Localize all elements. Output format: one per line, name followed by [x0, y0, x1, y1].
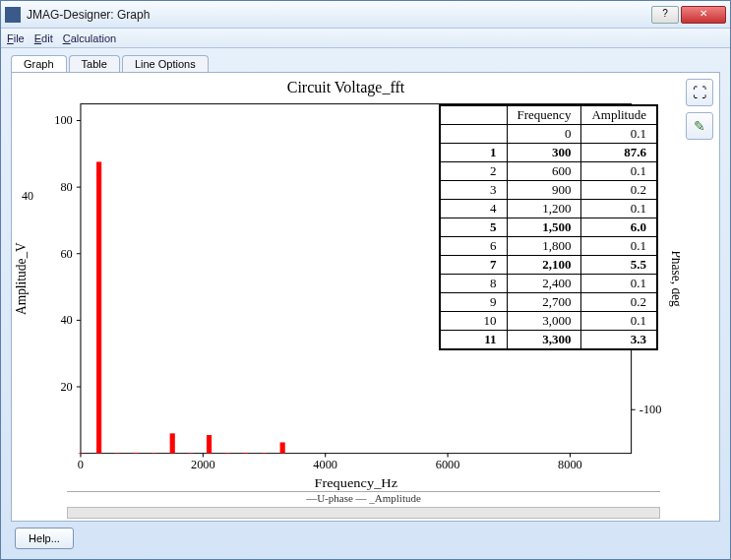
- table-row: 41,2000.1: [440, 200, 657, 218]
- svg-text:Frequency_Hz: Frequency_Hz: [314, 476, 397, 490]
- table-cell: 0.1: [581, 125, 657, 144]
- svg-rect-39: [207, 435, 212, 454]
- table-cell: 600: [507, 162, 581, 181]
- table-cell: 0.1: [581, 237, 657, 256]
- close-window-button[interactable]: ✕: [681, 6, 726, 24]
- table-cell: 87.6: [581, 144, 657, 162]
- svg-rect-41: [243, 453, 248, 454]
- tab-line-options[interactable]: Line Options: [122, 55, 209, 73]
- chart-h-scrollbar[interactable]: [67, 507, 660, 519]
- svg-text:100: 100: [54, 114, 73, 128]
- right-toolbar: ⛶ ✎: [686, 79, 713, 140]
- table-row: 103,0000.1: [440, 312, 657, 331]
- table-cell: 2: [440, 162, 507, 181]
- svg-text:2000: 2000: [191, 458, 215, 471]
- table-cell: 3.3: [581, 331, 657, 350]
- svg-text:6000: 6000: [436, 458, 460, 471]
- table-row: 61,8000.1: [440, 237, 657, 256]
- table-cell: 1: [440, 144, 507, 162]
- table-header-amplitude: Amplitude: [581, 105, 657, 125]
- table-cell: 2,700: [507, 293, 581, 312]
- client-area: Graph Table Line Options ⛶ ✎ Circuit Vol…: [1, 48, 730, 559]
- table-row: 51,5006.0: [440, 218, 657, 237]
- table-cell: 900: [507, 181, 581, 200]
- help-button[interactable]: Help...: [15, 528, 74, 549]
- table-cell: [440, 125, 507, 144]
- pencil-icon: ✎: [694, 118, 705, 134]
- table-cell: 6: [440, 237, 507, 256]
- svg-text:80: 80: [60, 180, 72, 194]
- table-header-row: Frequency Amplitude: [440, 105, 657, 125]
- table-cell: 0.1: [581, 275, 657, 293]
- table-cell: 3,300: [507, 331, 581, 350]
- svg-rect-43: [280, 442, 285, 453]
- table-cell: 8: [440, 275, 507, 293]
- table-cell: 1,500: [507, 218, 581, 237]
- table-header-frequency: Frequency: [507, 105, 581, 125]
- table-cell: 5.5: [581, 256, 657, 275]
- svg-text:60: 60: [60, 247, 72, 261]
- svg-text:4000: 4000: [313, 458, 337, 471]
- svg-text:-100: -100: [640, 403, 662, 416]
- table-cell: 10: [440, 312, 507, 331]
- svg-text:Phase, deg: Phase, deg: [669, 250, 680, 306]
- tab-strip: Graph Table Line Options: [11, 54, 720, 72]
- chart-title: Circuit Voltage_fft: [12, 73, 680, 96]
- svg-text:20: 20: [60, 380, 72, 394]
- bottom-bar: Help...: [11, 522, 720, 551]
- tab-table[interactable]: Table: [69, 55, 120, 73]
- table-row: 26000.1: [440, 162, 657, 181]
- svg-text:0: 0: [78, 458, 84, 471]
- table-row: 72,1005.5: [440, 256, 657, 275]
- table-row: 39000.2: [440, 181, 657, 200]
- svg-text:Amplitude_V: Amplitude_V: [14, 242, 30, 315]
- window-controls: ? ✕: [649, 6, 726, 24]
- table-cell: 1,800: [507, 237, 581, 256]
- svg-rect-37: [170, 433, 175, 453]
- table-cell: 0: [507, 125, 581, 144]
- table-cell: 11: [440, 331, 507, 350]
- svg-text:8000: 8000: [558, 458, 582, 471]
- table-body: 00.1130087.626000.139000.241,2000.151,50…: [440, 125, 657, 350]
- table-row: 82,4000.1: [440, 275, 657, 293]
- table-row: 92,7000.2: [440, 293, 657, 312]
- window-title: JMAG-Designer: Graph: [27, 8, 649, 22]
- table-cell: 3: [440, 181, 507, 200]
- table-cell: 4: [440, 200, 507, 218]
- table-row: 00.1: [440, 125, 657, 144]
- chart-legend: —U-phase — _Amplitude: [67, 491, 660, 505]
- table-cell: 9: [440, 293, 507, 312]
- table-row: 113,3003.3: [440, 331, 657, 350]
- menubar: File Edit Calculation: [1, 29, 730, 48]
- help-window-button[interactable]: ?: [651, 6, 679, 24]
- fft-data-table: Frequency Amplitude 00.1130087.626000.13…: [439, 104, 658, 350]
- table-row: 130087.6: [440, 144, 657, 162]
- fit-icon: ⛶: [693, 85, 706, 100]
- table-cell: 0.1: [581, 162, 657, 181]
- table-cell: 1,200: [507, 200, 581, 218]
- titlebar[interactable]: JMAG-Designer: Graph ? ✕: [1, 1, 730, 29]
- svg-rect-35: [133, 453, 138, 454]
- table-cell: 5: [440, 218, 507, 237]
- table-cell: 3,000: [507, 312, 581, 331]
- svg-text:40: 40: [60, 314, 72, 328]
- menu-file[interactable]: File: [7, 32, 25, 44]
- table-cell: 2,400: [507, 275, 581, 293]
- app-window: JMAG-Designer: Graph ? ✕ File Edit Calcu…: [0, 0, 731, 560]
- svg-rect-33: [96, 161, 101, 453]
- fit-view-button[interactable]: ⛶: [686, 79, 713, 106]
- table-header-index: [440, 105, 507, 125]
- menu-calculation[interactable]: Calculation: [63, 32, 116, 44]
- table-cell: 0.2: [581, 181, 657, 200]
- table-cell: 2,100: [507, 256, 581, 275]
- edit-chart-button[interactable]: ✎: [686, 112, 713, 140]
- table-cell: 0.1: [581, 312, 657, 331]
- table-cell: 0.2: [581, 293, 657, 312]
- table-cell: 7: [440, 256, 507, 275]
- tab-graph[interactable]: Graph: [11, 55, 67, 73]
- menu-edit[interactable]: Edit: [34, 32, 53, 44]
- graph-panel: ⛶ ✎ Circuit Voltage_fft 40 20406080100-1…: [11, 72, 720, 522]
- table-cell: 6.0: [581, 218, 657, 237]
- table-cell: 0.1: [581, 200, 657, 218]
- app-icon: [5, 7, 21, 23]
